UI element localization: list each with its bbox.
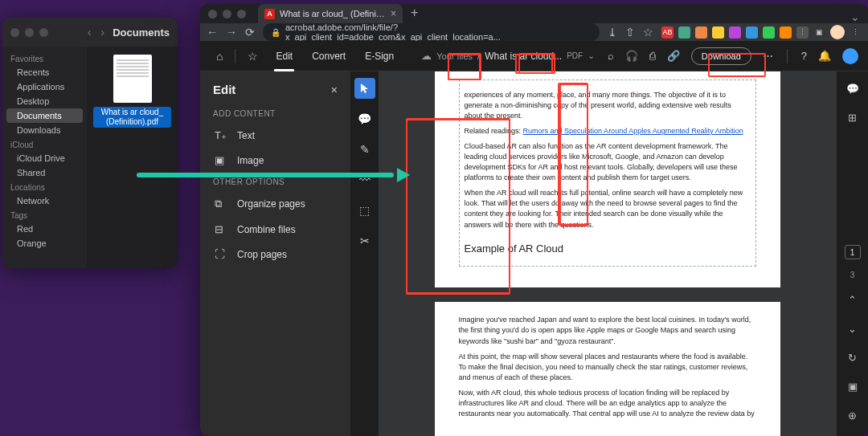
- help-icon[interactable]: ?: [801, 50, 807, 62]
- sidebar-item-orange[interactable]: Orange: [2, 236, 87, 251]
- chevron-down-icon[interactable]: ⌄: [588, 51, 595, 61]
- headphones-icon[interactable]: 🎧: [625, 50, 638, 62]
- erase-tool[interactable]: ✂: [354, 230, 375, 251]
- document-viewport[interactable]: experiences of any moment, place, and ma…: [379, 71, 836, 436]
- page-up-icon[interactable]: ⌃: [844, 291, 862, 308]
- rotate-icon[interactable]: ↻: [844, 348, 862, 366]
- sidebar-item-documents[interactable]: Documents: [6, 108, 83, 123]
- ext-icon[interactable]: [729, 26, 741, 39]
- finder-content: What is ar cloud_ (Definition).pdf: [87, 47, 178, 268]
- print-icon[interactable]: ⎙: [649, 50, 656, 62]
- tab-bar: A What is ar cloud_ (Definition) × +: [200, 4, 868, 23]
- link[interactable]: Rumors and Speculation Around Apples Aug…: [523, 127, 743, 135]
- collapse-icon[interactable]: ⌄: [850, 10, 860, 23]
- cloud-icon: ☁: [421, 50, 432, 62]
- ext-icon[interactable]: [712, 26, 724, 39]
- menu-icon[interactable]: ⋮: [850, 26, 862, 39]
- crop-pages-button[interactable]: ⛶Crop pages: [200, 242, 350, 267]
- ext-icon[interactable]: ⋮: [796, 26, 809, 39]
- breadcrumb-doc[interactable]: What is ar cloud...: [485, 51, 562, 62]
- combine-files-button[interactable]: ⊟Combine files: [200, 217, 350, 242]
- sidebar-item-desktop[interactable]: Desktop: [2, 94, 87, 108]
- ext-icon[interactable]: [695, 26, 707, 39]
- ext-icon[interactable]: [780, 26, 792, 39]
- traffic-max[interactable]: [39, 28, 48, 37]
- traffic-min[interactable]: [25, 28, 34, 37]
- body-text: Cloud-based AR can also function as the …: [465, 141, 751, 183]
- user-avatar[interactable]: [842, 48, 858, 64]
- more-icon[interactable]: ⋯: [763, 50, 773, 62]
- search-icon[interactable]: ⌕: [608, 50, 614, 62]
- add-text-button[interactable]: T₊Text: [200, 123, 350, 148]
- finder-back-icon[interactable]: ‹: [88, 26, 92, 39]
- back-icon[interactable]: ←: [207, 26, 218, 39]
- grid-icon[interactable]: ⊞: [844, 108, 862, 126]
- tab-esign[interactable]: E-Sign: [357, 46, 402, 67]
- traffic-min[interactable]: [223, 10, 231, 18]
- add-image-button[interactable]: ▣Image: [200, 148, 350, 173]
- address-bar: ← → ⟳ 🔒 acrobat.adobe.com/link/file/?x_a…: [200, 23, 868, 41]
- sidebar-item-iclouddrive[interactable]: iCloud Drive: [2, 151, 87, 165]
- url-field[interactable]: 🔒 acrobat.adobe.com/link/file/?x_api_cli…: [263, 23, 600, 41]
- body-text: Imagine you've reached Japan and want to…: [459, 315, 756, 346]
- home-icon[interactable]: ⌂: [210, 50, 229, 63]
- organize-pages-button[interactable]: ⧉Organize pages: [200, 191, 350, 217]
- crop-icon: ⛶: [215, 248, 227, 260]
- new-tab-button[interactable]: +: [411, 6, 418, 20]
- sidebar-item-network[interactable]: Network: [2, 194, 87, 208]
- sidebar-section: iCloud: [2, 137, 87, 151]
- fit-icon[interactable]: ▣: [844, 377, 862, 395]
- breadcrumb: ☁ Your files / What is ar cloud... PDF ⌄: [421, 50, 595, 62]
- reload-icon[interactable]: ⟳: [245, 26, 255, 39]
- acrobat-toolbar: ⌂ ☆ Edit Convert E-Sign ☁ Your files / W…: [200, 41, 868, 71]
- star-icon[interactable]: ☆: [241, 50, 264, 63]
- sidebar-item-recents[interactable]: Recents: [2, 65, 87, 79]
- textbox-tool[interactable]: ⬚: [354, 200, 375, 221]
- highlight-tool[interactable]: ✎: [354, 139, 375, 160]
- annotation-arrow: [137, 171, 410, 179]
- file-label[interactable]: What is ar cloud_ (Definition).pdf: [93, 107, 171, 128]
- share-icon[interactable]: ⇧: [625, 26, 635, 39]
- extensions: AB ⋮ ▣ ⋮: [661, 25, 862, 39]
- ext-icon[interactable]: ▣: [813, 26, 825, 39]
- tab-edit[interactable]: Edit: [268, 46, 301, 67]
- bookmark-icon[interactable]: ☆: [643, 26, 653, 39]
- forward-icon[interactable]: →: [226, 26, 237, 39]
- download-button[interactable]: Download: [691, 47, 751, 65]
- link-icon[interactable]: 🔗: [667, 50, 680, 62]
- ext-icon[interactable]: [678, 26, 690, 39]
- zoom-in-icon[interactable]: ⊕: [844, 406, 862, 424]
- sidebar-item-red[interactable]: Red: [2, 222, 87, 236]
- page-current[interactable]: 1: [845, 245, 861, 259]
- sidebar-item-applications[interactable]: Applications: [2, 79, 87, 94]
- organize-icon: ⧉: [215, 198, 227, 210]
- finder-title: Documents: [113, 26, 170, 39]
- comment-tool[interactable]: 💬: [354, 108, 375, 129]
- finder-toolbar: ‹ › Documents: [2, 18, 178, 47]
- traffic-max[interactable]: [237, 10, 246, 18]
- profile-avatar[interactable]: [830, 25, 845, 39]
- browser-tab[interactable]: A What is ar cloud_ (Definition) ×: [258, 4, 403, 23]
- bell-icon[interactable]: 🔔: [818, 50, 831, 62]
- finder-fwd-icon[interactable]: ›: [101, 26, 105, 39]
- traffic-close[interactable]: [208, 10, 217, 18]
- acrobat-app: ⌂ ☆ Edit Convert E-Sign ☁ Your files / W…: [200, 41, 868, 436]
- ext-icon[interactable]: [746, 26, 758, 39]
- image-icon: ▣: [215, 154, 227, 166]
- ext-icon[interactable]: [763, 26, 775, 39]
- close-icon[interactable]: ×: [331, 84, 338, 96]
- page-down-icon[interactable]: ⌄: [844, 320, 862, 337]
- tab-convert[interactable]: Convert: [304, 46, 354, 67]
- ext-icon[interactable]: AB: [661, 26, 674, 39]
- chat-icon[interactable]: 💬: [844, 79, 862, 97]
- sidebar-item-downloads[interactable]: Downloads: [2, 123, 87, 137]
- install-icon[interactable]: ⤓: [608, 26, 617, 39]
- cursor-tool[interactable]: [354, 78, 375, 99]
- sidebar-item-shared[interactable]: Shared: [2, 165, 87, 180]
- body-text: experiences of any moment, place, and ma…: [465, 90, 751, 121]
- tab-close-icon[interactable]: ×: [391, 8, 396, 19]
- breadcrumb-root[interactable]: Your files: [436, 51, 473, 61]
- pdf-page: experiences of any moment, place, and ma…: [435, 71, 780, 287]
- file-icon[interactable]: [113, 55, 152, 103]
- traffic-close[interactable]: [10, 28, 19, 37]
